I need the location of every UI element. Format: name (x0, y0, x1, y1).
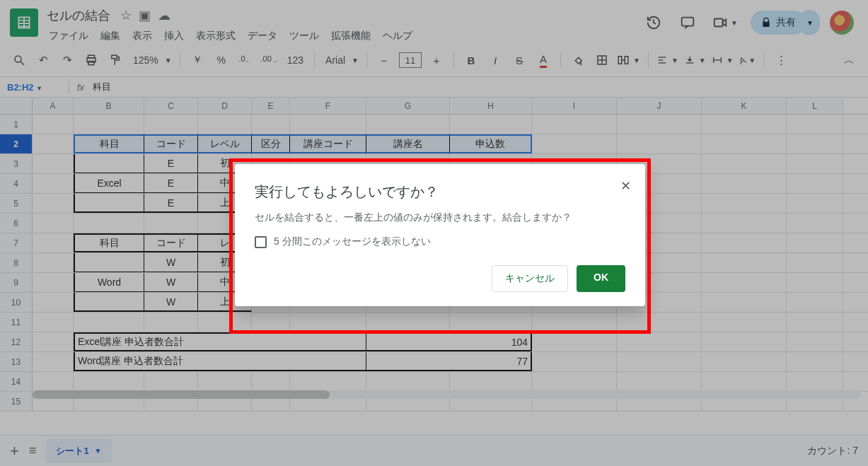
col-header[interactable]: J (617, 98, 702, 114)
meet-icon[interactable]: ▼ (710, 11, 741, 35)
percent-button[interactable]: % (212, 51, 231, 69)
menu-view[interactable]: 表示 (127, 27, 157, 45)
ok-button[interactable]: OK (577, 265, 625, 292)
valign-button[interactable]: ▼ (684, 54, 706, 66)
cell[interactable]: 104 (366, 332, 532, 351)
col-header[interactable]: F (290, 98, 366, 114)
rotate-button[interactable]: A▼ (739, 55, 756, 66)
cell[interactable]: 科目 (74, 134, 144, 153)
row-header[interactable]: 15 (0, 392, 33, 411)
fill-color-button[interactable] (569, 51, 587, 69)
dec-decimal-button[interactable]: .0← (236, 51, 255, 69)
history-icon[interactable] (642, 11, 666, 35)
col-header[interactable]: L (787, 98, 843, 114)
col-header[interactable]: D (198, 98, 252, 114)
horizontal-scrollbar[interactable] (33, 390, 861, 399)
col-header[interactable]: A (33, 98, 74, 114)
star-icon[interactable]: ☆ (120, 8, 132, 23)
cell[interactable] (74, 194, 144, 213)
all-sheets-button[interactable]: ≡ (29, 443, 37, 458)
cell[interactable]: 講座コード (290, 134, 366, 153)
row-header[interactable]: 10 (0, 293, 33, 312)
more-formats-button[interactable]: 123 (284, 51, 306, 69)
menu-help[interactable]: ヘルプ (378, 27, 417, 45)
fontsize-input[interactable]: 11 (399, 52, 422, 68)
cell[interactable]: コード (144, 233, 198, 252)
cell[interactable]: W (144, 293, 198, 312)
status-count[interactable]: カウント: 7 (807, 445, 858, 458)
cell[interactable]: Word (74, 273, 144, 292)
col-header[interactable]: I (532, 98, 617, 114)
menu-tools[interactable]: ツール (284, 27, 324, 45)
row-header[interactable]: 13 (0, 352, 33, 371)
document-title[interactable]: セルの結合 (44, 6, 113, 25)
fontsize-inc[interactable]: + (427, 51, 446, 69)
cell[interactable]: 講座名 (366, 134, 450, 153)
undo-icon[interactable]: ↶ (34, 51, 52, 69)
text-color-button[interactable]: A (534, 51, 552, 69)
col-header[interactable]: B (74, 98, 144, 114)
cancel-button[interactable]: キャンセル (492, 265, 568, 292)
bold-button[interactable]: B (462, 51, 480, 69)
merge-button[interactable]: ▼ (617, 54, 640, 66)
name-box[interactable]: B2:H2 ▾ (4, 81, 61, 94)
row-header[interactable]: 2 (0, 134, 33, 153)
cell[interactable]: 77 (366, 352, 532, 371)
col-header[interactable]: G (366, 98, 450, 114)
select-all-corner[interactable] (0, 98, 33, 114)
share-button[interactable]: 共有 (751, 11, 806, 35)
currency-button[interactable]: ￥ (188, 51, 207, 69)
cell[interactable]: Excel講座 申込者数合計 (74, 332, 366, 351)
sheets-logo[interactable] (10, 8, 38, 37)
strike-button[interactable]: S (510, 51, 528, 69)
cell[interactable]: E (144, 154, 198, 173)
paint-format-icon[interactable] (106, 51, 125, 69)
collapse-toolbar-icon[interactable]: ︿ (840, 51, 858, 69)
cell[interactable]: 申込数 (450, 134, 532, 153)
cloud-icon[interactable]: ☁ (158, 8, 170, 23)
cell[interactable]: 区分 (252, 134, 290, 153)
row-header[interactable]: 4 (0, 174, 33, 193)
cell[interactable] (74, 293, 144, 312)
row-header[interactable]: 3 (0, 154, 33, 173)
italic-button[interactable]: I (486, 51, 504, 69)
menu-edit[interactable]: 編集 (96, 27, 125, 45)
cell[interactable] (74, 253, 144, 272)
col-header[interactable]: C (144, 98, 198, 114)
menu-format[interactable]: 表示形式 (191, 27, 241, 45)
row-header[interactable]: 8 (0, 253, 33, 272)
inc-decimal-button[interactable]: .00→ (260, 51, 279, 69)
move-icon[interactable]: ▣ (139, 8, 151, 23)
col-header[interactable]: H (450, 98, 532, 114)
menu-data[interactable]: データ (243, 27, 282, 45)
more-toolbar-icon[interactable]: ⋮ (772, 51, 790, 69)
borders-button[interactable] (593, 51, 611, 69)
row-header[interactable]: 11 (0, 313, 33, 332)
col-header[interactable]: K (702, 98, 787, 114)
fontsize-dec[interactable]: − (375, 51, 393, 69)
menu-file[interactable]: ファイル (44, 27, 93, 45)
menu-insert[interactable]: 挿入 (159, 27, 189, 45)
cell[interactable]: Excel (74, 174, 144, 193)
search-icon[interactable] (10, 51, 28, 69)
row-header[interactable]: 6 (0, 214, 33, 233)
halign-button[interactable]: ▼ (656, 54, 678, 66)
add-sheet-button[interactable]: + (10, 442, 19, 460)
cell[interactable]: Word講座 申込者数合計 (74, 352, 366, 371)
cell[interactable] (74, 154, 144, 173)
share-dropdown[interactable]: ▼ (799, 10, 820, 35)
cell[interactable]: 科目 (74, 233, 144, 252)
print-icon[interactable] (82, 51, 100, 69)
cell[interactable]: E (144, 174, 198, 193)
dialog-checkbox[interactable]: 5 分間このメッセージを表示しない (255, 235, 625, 248)
col-header[interactable]: E (252, 98, 290, 114)
row-header[interactable]: 5 (0, 194, 33, 213)
redo-icon[interactable]: ↷ (58, 51, 76, 69)
close-icon[interactable]: ✕ (620, 178, 631, 194)
row-header[interactable]: 9 (0, 273, 33, 292)
row-header[interactable]: 12 (0, 332, 33, 351)
account-avatar[interactable] (830, 11, 854, 35)
wrap-button[interactable]: ▼ (712, 54, 734, 66)
row-header[interactable]: 7 (0, 233, 33, 252)
cell[interactable]: W (144, 253, 198, 272)
